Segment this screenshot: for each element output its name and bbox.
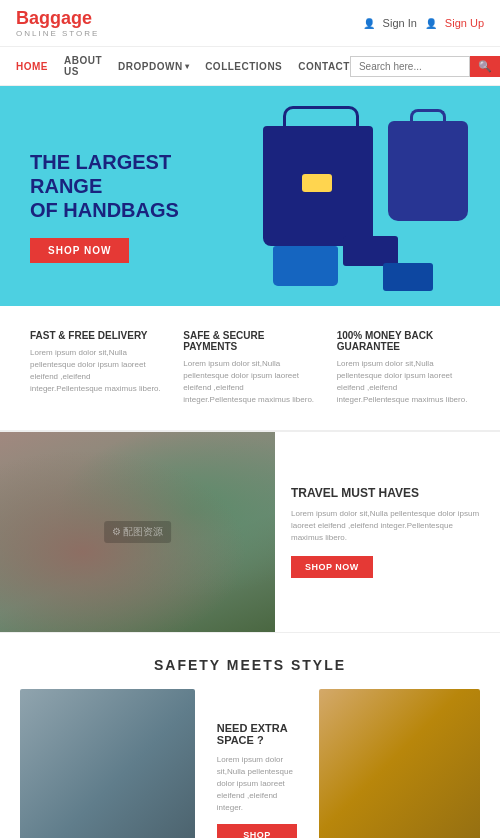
safety-middle: NEED EXTRA SPACE ? Lorem ipsum dolor sit… <box>205 689 309 838</box>
safety-grid: NEED EXTRA SPACE ? Lorem ipsum dolor sit… <box>20 689 480 838</box>
search-input[interactable] <box>350 56 470 77</box>
search-button[interactable]: 🔍 <box>470 56 500 77</box>
safety-left-bg <box>20 689 195 838</box>
feature-payments: SAFE & SECURE PAYMENTS Lorem ipsum dolor… <box>173 330 326 406</box>
bag-main-icon <box>263 126 373 246</box>
feature-payments-text: Lorem ipsum dolor sit,Nulla pellentesque… <box>183 358 316 406</box>
nav-contact[interactable]: CONTACT <box>298 61 350 72</box>
safety-middle-text: Lorem ipsum dolor sit,Nulla pellentesque… <box>217 754 297 814</box>
safety-right-bg <box>319 689 480 838</box>
sign-in-link[interactable]: Sign In <box>383 17 417 29</box>
sign-up-link[interactable]: Sign Up <box>445 17 484 29</box>
safety-right-image <box>319 689 480 838</box>
feature-guarantee: 100% MONEY BACK GUARANTEE Lorem ipsum do… <box>327 330 480 406</box>
travel-text: Lorem ipsum dolor sit,Nulla pellentesque… <box>291 508 484 544</box>
nav-dropdown[interactable]: DROPDOWN ▾ <box>118 61 189 72</box>
safety-section: SAFETY MEETS STYLE NEED EXTRA SPACE ? Lo… <box>0 633 500 838</box>
hero-line2: OF HANDBAGS <box>30 199 179 221</box>
site-header: Baggage ONLINE STORE 👤 Sign In 👤 Sign Up <box>0 0 500 47</box>
logo-subtitle: ONLINE STORE <box>16 29 99 38</box>
safety-middle-title: NEED EXTRA SPACE ? <box>217 722 297 746</box>
bag-tiny-icon <box>383 263 433 291</box>
travel-title: TRAVEL MUST HAVES <box>291 486 484 500</box>
travel-image <box>0 432 275 632</box>
hero-text: THE LARGEST RANGE OF HANDBAGS SHOP NOW <box>30 150 233 263</box>
search-bar: 🔍 <box>350 56 500 77</box>
feature-guarantee-title: 100% MONEY BACK GUARANTEE <box>337 330 470 352</box>
travel-image-bg <box>0 432 275 632</box>
travel-section: TRAVEL MUST HAVES Lorem ipsum dolor sit,… <box>0 432 500 632</box>
hero-section: THE LARGEST RANGE OF HANDBAGS SHOP NOW <box>0 86 500 306</box>
feature-delivery-title: FAST & FREE DELIVERY <box>30 330 163 341</box>
hero-shop-now-button[interactable]: SHOP NOW <box>30 238 129 263</box>
features-section: FAST & FREE DELIVERY Lorem ipsum dolor s… <box>0 306 500 431</box>
header-auth: 👤 Sign In 👤 Sign Up <box>363 17 484 29</box>
nav-home[interactable]: HOME <box>16 61 48 72</box>
search-icon: 🔍 <box>478 60 492 72</box>
chevron-down-icon: ▾ <box>185 62 190 71</box>
main-nav: HOME ABOUT US DROPDOWN ▾ COLLECTIONS CON… <box>0 47 500 86</box>
nav-collections[interactable]: COLLECTIONS <box>205 61 282 72</box>
safety-section-title: SAFETY MEETS STYLE <box>20 657 480 673</box>
feature-delivery: FAST & FREE DELIVERY Lorem ipsum dolor s… <box>20 330 173 406</box>
user-icon: 👤 <box>363 18 375 29</box>
feature-delivery-text: Lorem ipsum dolor sit,Nulla pellentesque… <box>30 347 163 395</box>
nav-links: HOME ABOUT US DROPDOWN ▾ COLLECTIONS CON… <box>16 55 350 77</box>
bag-backpack-icon <box>388 121 468 221</box>
bag-small-icon <box>273 246 338 286</box>
hero-line1: THE LARGEST RANGE <box>30 151 171 197</box>
bag-clutch-icon <box>343 236 398 266</box>
logo-title: Baggage <box>16 8 99 29</box>
nav-about[interactable]: ABOUT US <box>64 55 102 77</box>
logo-rest: aggage <box>29 8 92 28</box>
travel-shop-now-button[interactable]: SHOP NOW <box>291 556 373 578</box>
safety-left-image <box>20 689 195 838</box>
travel-content: TRAVEL MUST HAVES Lorem ipsum dolor sit,… <box>275 432 500 632</box>
hero-headline: THE LARGEST RANGE OF HANDBAGS <box>30 150 233 222</box>
safety-shop-now-button[interactable]: SHOP NOW <box>217 824 297 838</box>
bags-illustration <box>253 116 473 296</box>
user-icon-2: 👤 <box>425 18 437 29</box>
feature-payments-title: SAFE & SECURE PAYMENTS <box>183 330 316 352</box>
feature-guarantee-text: Lorem ipsum dolor sit,Nulla pellentesque… <box>337 358 470 406</box>
logo-b: B <box>16 8 29 28</box>
hero-image <box>246 116 480 296</box>
logo: Baggage ONLINE STORE <box>16 8 99 38</box>
